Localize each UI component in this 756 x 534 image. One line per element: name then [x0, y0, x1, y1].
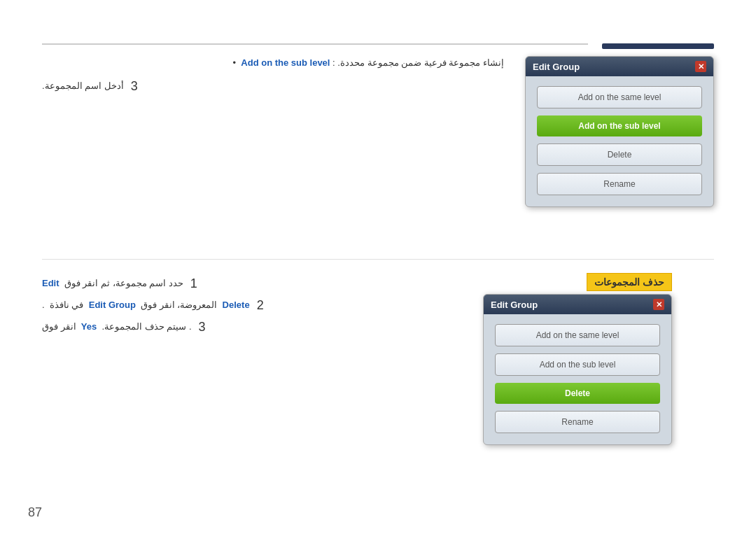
step-number-3-top: 3: [131, 79, 145, 94]
step-text-3-top: أدخل اسم المجموعة.: [42, 79, 124, 94]
bullet-text-pre: إنشاء مجموعة فرعية ضمن مجموعة محددة.: [337, 57, 504, 68]
step2-link2: Delete: [223, 300, 250, 310]
top-divider: [42, 43, 588, 45]
step-3-top: 3 أدخل اسم المجموعة.: [42, 79, 504, 94]
dialog-body-bottom: Add on the same level Add on the sub lev…: [484, 314, 671, 433]
btn-add-sub-level-top[interactable]: Add on the sub level: [537, 115, 702, 136]
step1-link: Edit: [42, 278, 59, 288]
btn-delete-bottom[interactable]: Delete: [495, 383, 660, 404]
step-1-bottom: 1 حدد اسم مجموعة، ثم انقر فوق Edit: [42, 276, 462, 291]
edit-group-dialog-bottom: Edit Group ✕ Add on the same level Add o…: [483, 294, 672, 445]
step-text-2-bottom: Delete المعروضة، انقر فوق Edit Group في …: [42, 298, 250, 313]
step-3-bottom: 3 . سيتم حذف المجموعة. Yes انقر فوق: [42, 320, 462, 335]
step3-link: Yes: [81, 321, 97, 332]
dialog-titlebar-bottom: Edit Group ✕: [484, 295, 671, 314]
dialog-close-top[interactable]: ✕: [695, 61, 706, 72]
step-text-1-bottom: حدد اسم مجموعة، ثم انقر فوق Edit: [42, 276, 183, 291]
btn-add-same-level-bottom[interactable]: Add on the same level: [495, 324, 660, 346]
step-text-3-bottom: . سيتم حذف المجموعة. Yes انقر فوق: [42, 320, 192, 335]
edit-group-dialog-top: Edit Group ✕ Add on the same level Add o…: [525, 56, 714, 207]
bullet-link: Add on the sub level: [241, 57, 330, 68]
dialog-titlebar-top: Edit Group ✕: [526, 57, 713, 76]
btn-rename-top[interactable]: Rename: [537, 173, 702, 195]
btn-add-same-level-top[interactable]: Add on the same level: [537, 86, 702, 108]
btn-add-sub-level-bottom[interactable]: Add on the sub level: [495, 353, 660, 376]
bullet-colon: :: [332, 57, 335, 68]
section-header-delete-groups: حذف المجموعات: [587, 273, 672, 291]
btn-rename-bottom[interactable]: Rename: [495, 411, 660, 433]
mid-divider: [42, 259, 714, 260]
dialog-title-top: Edit Group: [533, 62, 580, 72]
dialog-title-bottom: Edit Group: [491, 300, 538, 310]
step2-link1: Edit Group: [89, 300, 136, 310]
dialog-body-top: Add on the same level Add on the sub lev…: [526, 76, 713, 195]
top-arabic-text: إنشاء مجموعة فرعية ضمن مجموعة محددة. : A…: [42, 56, 504, 101]
step-number-1-bottom: 1: [190, 276, 204, 291]
top-accent-bar: [602, 43, 714, 49]
bottom-section: حذف المجموعات 1 حدد اسم مجموعة، ثم انقر …: [42, 273, 714, 497]
dialog-close-bottom[interactable]: ✕: [653, 299, 664, 310]
step-2-bottom: 2 Delete المعروضة، انقر فوق Edit Group ف…: [42, 298, 462, 313]
page-number: 87: [28, 505, 42, 520]
bottom-arabic-text: 1 حدد اسم مجموعة، ثم انقر فوق Edit 2 Del…: [42, 273, 462, 342]
bullet-line: إنشاء مجموعة فرعية ضمن مجموعة محددة. : A…: [42, 56, 504, 71]
btn-delete-top[interactable]: Delete: [537, 143, 702, 166]
step-number-3-bottom: 3: [199, 320, 213, 335]
step-number-2-bottom: 2: [257, 298, 271, 313]
